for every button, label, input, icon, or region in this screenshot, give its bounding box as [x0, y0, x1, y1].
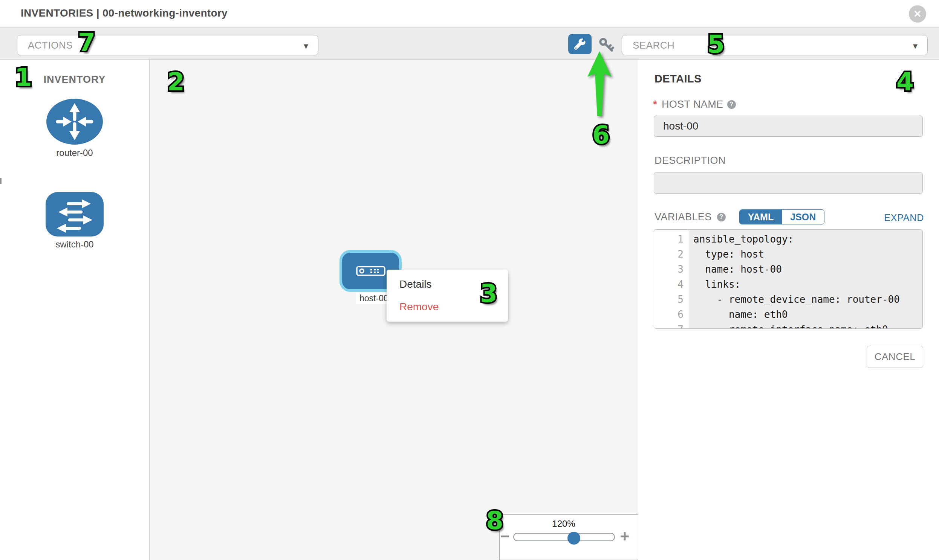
router-icon — [46, 98, 103, 145]
annotation-arrow-up — [582, 49, 617, 122]
inventory-sidebar-title: INVENTORY — [43, 74, 105, 86]
palette-item-router[interactable]: router-00 — [46, 98, 103, 158]
close-button[interactable]: ✕ — [909, 5, 926, 23]
sidebar-resize-handle[interactable] — [0, 178, 2, 184]
line-number: 1 — [654, 234, 689, 245]
annotation-1: 1 — [15, 63, 32, 92]
line-text: name: host-00 — [689, 264, 782, 275]
zoom-slider-thumb[interactable] — [567, 532, 580, 545]
details-panel-title: DETAILS — [655, 73, 702, 85]
host-name-label-row: * HOST NAME ? — [653, 98, 736, 110]
variables-format-toggle: YAML JSON — [739, 209, 825, 225]
toggle-yaml-button[interactable]: YAML — [740, 210, 782, 224]
toggle-json-button[interactable]: JSON — [782, 210, 824, 224]
description-label: DESCRIPTION — [655, 155, 726, 166]
host-icon — [356, 266, 385, 276]
palette-item-label: router-00 — [56, 148, 93, 158]
line-text: type: host — [689, 249, 764, 260]
line-text: - remote_device_name: router-00 — [689, 294, 900, 305]
line-number: 6 — [654, 309, 689, 320]
line-text: ansible_topology: — [689, 234, 794, 245]
line-number: 4 — [654, 279, 689, 290]
annotation-2: 2 — [167, 68, 185, 96]
chevron-down-icon: ▾ — [304, 41, 308, 51]
annotation-5: 5 — [707, 30, 725, 59]
zoom-slider-track[interactable] — [513, 533, 615, 541]
wrench-icon — [574, 38, 586, 51]
line-text: remote_interface_name: eth0 — [689, 324, 888, 329]
zoom-level-value: 120% — [550, 518, 577, 529]
expand-link[interactable]: EXPAND — [879, 212, 924, 223]
code-line: 4 links: — [654, 277, 922, 292]
palette-item-label: switch-00 — [56, 239, 94, 250]
close-icon: ✕ — [913, 8, 922, 20]
annotation-7: 7 — [78, 28, 95, 57]
cancel-button[interactable]: CANCEL — [867, 346, 923, 368]
code-line: 7 remote_interface_name: eth0 — [654, 322, 922, 329]
annotation-4: 4 — [896, 68, 914, 96]
chevron-down-icon: ▾ — [913, 41, 917, 51]
help-icon[interactable]: ? — [727, 100, 736, 109]
annotation-3: 3 — [480, 279, 497, 308]
help-icon[interactable]: ? — [717, 213, 726, 222]
code-line: 6 name: eth0 — [654, 307, 922, 322]
line-number: 2 — [654, 249, 689, 260]
line-number: 7 — [654, 324, 689, 329]
page-title: INVENTORIES | 00-networking-inventory — [21, 7, 228, 19]
actions-dropdown-label: ACTIONS — [28, 40, 73, 51]
inventory-sidebar: INVENTORY router-00 — [0, 60, 150, 560]
line-text: links: — [689, 279, 740, 290]
variables-code-editor[interactable]: 1 ansible_topology: 2 type: host 3 name:… — [654, 229, 923, 329]
line-text: name: eth0 — [689, 309, 788, 320]
annotation-8: 8 — [486, 506, 503, 535]
annotation-6: 6 — [592, 120, 610, 149]
code-line: 1 ansible_topology: — [654, 232, 922, 247]
variables-label: VARIABLES — [655, 211, 712, 223]
actions-dropdown[interactable]: ACTIONS ▾ — [17, 35, 318, 55]
palette-item-switch[interactable]: switch-00 — [46, 192, 103, 250]
line-number: 3 — [654, 264, 689, 275]
host-name-input[interactable] — [654, 115, 923, 137]
line-number: 5 — [654, 294, 689, 305]
code-line: 3 name: host-00 — [654, 262, 922, 277]
search-dropdown-label: SEARCH — [633, 40, 674, 51]
required-asterisk: * — [653, 98, 657, 110]
variables-label-row: VARIABLES ? YAML JSON — [655, 209, 825, 225]
code-line: 5 - remote_device_name: router-00 — [654, 292, 922, 307]
search-dropdown[interactable]: SEARCH ▾ — [622, 35, 928, 55]
switch-icon — [46, 192, 103, 237]
description-input[interactable] — [654, 172, 923, 194]
code-line: 2 type: host — [654, 247, 922, 262]
zoom-in-button[interactable]: + — [617, 527, 632, 545]
host-name-label: HOST NAME — [661, 98, 723, 110]
